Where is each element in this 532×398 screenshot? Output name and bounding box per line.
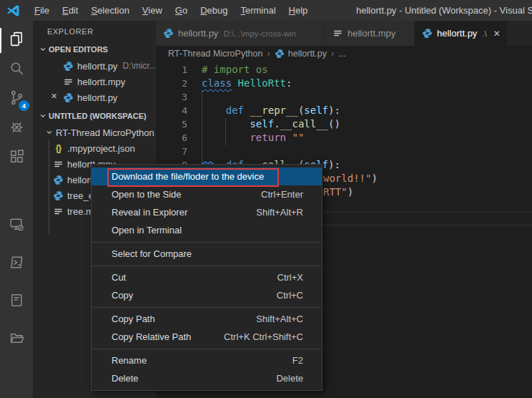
menu-item-label: Cut [112,268,277,286]
tree-folder-rt-thread[interactable]: RT-Thread MicroPython [33,125,156,140]
line-content: # import os [202,63,268,77]
activity-remote-device-button[interactable] [0,207,33,245]
menubar-item-file[interactable]: File [28,0,56,21]
line-number: 1 [156,63,187,77]
menubar-item-go[interactable]: Go [169,0,194,21]
menu-item-label: Open in Terminal [112,221,303,239]
line-number: 2 [156,77,187,90]
line-content: return "" [202,131,304,145]
open-editor-item-hellortt-py[interactable]: hellortt.pyD:\micr... [33,58,156,74]
menu-item-shortcut: Ctrl+X [277,268,303,286]
menu-item-shortcut: F2 [292,351,303,369]
breadcrumb-segment-rt-thread-micropython[interactable]: RT-Thread MicroPython [168,49,262,59]
activity-source-control-button[interactable]: 4 [0,84,33,114]
menu-item-label: Delete [112,369,276,387]
tree-item-mpyproject-json[interactable]: {}.mpyproject.json [33,140,156,156]
menubar-item-debug[interactable]: Debug [194,0,234,21]
line-content: def __repr__(self): [202,104,340,117]
doc-file-icon [332,28,343,39]
code-line[interactable]: 7 [156,145,532,158]
tab-hellortt-py-external[interactable]: hellortt.pyD:\...\mpy-cross-win [156,21,325,46]
menu-item-shortcut: Shift+Alt+R [256,203,303,221]
line-content: self.__call__() [202,117,340,131]
context-menu-item-open-to-the-side[interactable]: Open to the SideCtrl+Enter [92,185,322,203]
remote-device-icon [8,215,26,236]
terminal-icon [8,253,26,274]
activity-output-button[interactable] [0,283,33,321]
menubar-item-terminal[interactable]: Terminal [234,0,282,21]
tab-label: hellortt.py [178,28,218,39]
context-menu-item-cut[interactable]: CutCtrl+X [92,268,322,286]
menu-item-label: Copy [112,286,277,304]
chevron-down-icon [46,129,53,136]
tab-path-detail: D:\...\mpy-cross-win [223,29,296,38]
vscode-window: FileEditSelectionViewGoDebugTerminalHelp… [0,0,532,398]
close-icon[interactable]: ✕ [493,29,501,39]
context-menu-item-rename[interactable]: RenameF2 [92,351,322,369]
doc-file-icon [53,206,64,217]
activity-search-button[interactable] [0,55,33,84]
breadcrumb-segment-hellortt-py[interactable]: hellortt.py [275,49,327,59]
line-number: 3 [156,90,187,104]
activity-explorer-button[interactable] [0,26,33,55]
code-line[interactable]: 3 [156,90,532,104]
menubar-item-edit[interactable]: Edit [56,0,84,21]
workspace-header[interactable]: UNTITLED (WORKSPACE) [33,107,156,125]
context-menu-item-select-for-compare[interactable]: Select for Compare [92,245,322,263]
python-file-icon [53,175,64,185]
file-label: .mpyproject.json [67,143,135,154]
menu-item-shortcut: Ctrl+C [277,286,303,304]
breadcrumb: RT-Thread MicroPython›hellortt.py›... [156,46,532,61]
debug-icon [8,118,26,139]
activity-terminal-button[interactable] [0,245,33,283]
output-icon [8,291,26,312]
context-menu-item-delete[interactable]: DeleteDelete [92,369,322,387]
code-line[interactable]: 6 return "" [156,131,532,145]
line-number: 7 [156,145,187,158]
doc-file-icon [53,159,64,170]
code-line[interactable]: 4 def __repr__(self): [156,104,532,117]
tree-indent-guide [49,140,49,234]
code-line[interactable]: 1# import os [156,63,532,77]
open-editors-label: OPEN EDITORS [49,45,108,54]
json-file-icon: {} [53,143,64,154]
chevron-right-icon: › [267,48,270,59]
activity-extensions-button[interactable] [0,143,33,173]
workspace-label: UNTITLED (WORKSPACE) [49,112,147,120]
context-menu-item-copy-relative-path[interactable]: Copy Relative PathCtrl+K Ctrl+Shift+C [92,328,322,346]
context-menu-item-reveal-in-explorer[interactable]: Reveal in ExplorerShift+Alt+R [92,203,322,221]
chevron-down-icon [39,112,46,120]
context-menu-item-download-the-file-floder-to-the-device[interactable]: Download the file/floder to the device [92,168,322,185]
menu-item-label: Rename [112,351,292,369]
line-number: 5 [156,117,187,131]
activity-folder-button[interactable] [0,321,33,359]
code-fragment-line-9: world!!") [323,172,378,185]
menubar-item-selection[interactable]: Selection [84,0,135,21]
tab-hellortt-mpy[interactable]: hellortt.mpy [325,21,415,46]
open-editors-header[interactable]: OPEN EDITORS [33,41,156,58]
menu-separator [92,349,321,349]
context-menu-item-open-in-terminal[interactable]: Open in Terminal [92,221,322,239]
menu-item-shortcut: Ctrl+K Ctrl+Shift+C [224,328,303,346]
tab-hellortt-py[interactable]: hellortt.py.\✕ [415,21,508,46]
menubar-item-view[interactable]: View [136,0,169,21]
menu-item-label: Copy Path [112,310,256,328]
explorer-icon [8,30,26,51]
context-menu-item-copy[interactable]: CopyCtrl+C [92,286,322,304]
chevron-right-icon: › [331,48,334,59]
source-control-badge: 4 [19,100,29,111]
menubar-item-help[interactable]: Help [282,0,315,21]
close-icon[interactable]: ✕ [51,92,61,101]
open-editor-item-hellortt-py[interactable]: ✕hellortt.py [33,89,156,105]
code-line[interactable]: 2class HelloRtt: [156,77,532,90]
open-editor-item-hellortt-mpy[interactable]: hellortt.mpy [33,74,156,89]
vscode-logo-icon [6,4,21,18]
code-line[interactable]: 5 self.__call__() [156,117,532,131]
context-menu-item-copy-path[interactable]: Copy PathShift+Alt+C [92,310,322,328]
menu-item-shortcut: Shift+Alt+C [256,310,303,328]
doc-file-icon [63,77,74,87]
tab-bar: hellortt.pyD:\...\mpy-cross-winhellortt.… [156,21,532,46]
activity-debug-button[interactable] [0,114,33,143]
breadcrumb-segment-[interactable]: ... [338,49,345,59]
python-file-icon [275,49,285,59]
